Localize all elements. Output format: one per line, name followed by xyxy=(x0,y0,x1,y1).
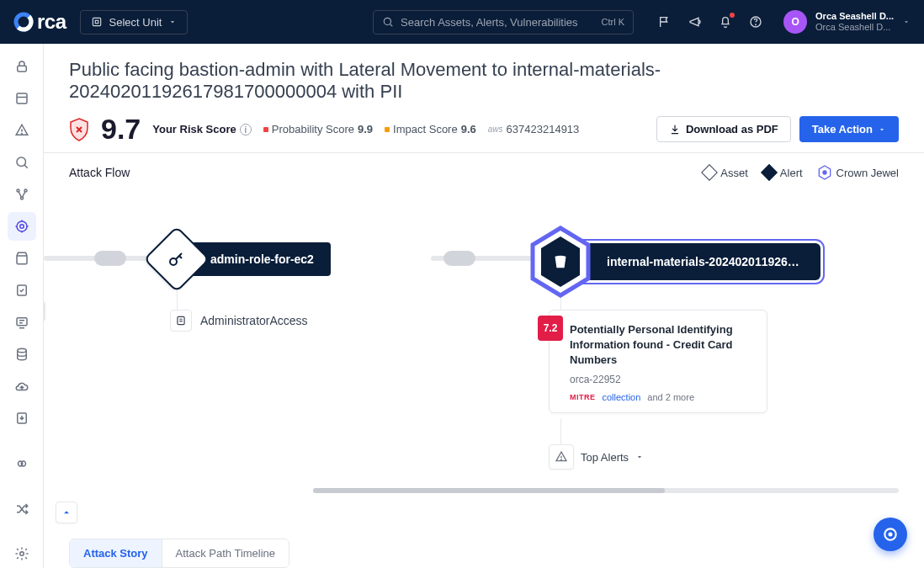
unit-label: Select Unit xyxy=(109,16,162,29)
mitre-label: MITRE xyxy=(570,393,596,401)
user-name: Orca Seashell D... xyxy=(815,11,894,22)
page-title: Public facing bastion-admin with Lateral… xyxy=(69,59,899,103)
severity-badge: 7.2 xyxy=(538,316,563,341)
info-icon[interactable]: i xyxy=(240,124,252,135)
rail-settings[interactable] xyxy=(8,539,36,568)
bucket-icon xyxy=(528,226,593,298)
search-icon xyxy=(382,16,394,28)
risk-score-value: 9.7 xyxy=(101,113,141,146)
search-input[interactable]: Search Assets, Alerts, Vulnerabilities C… xyxy=(373,10,634,35)
risk-score-label: Your Risk Scorei xyxy=(152,123,251,135)
rail-alerts[interactable] xyxy=(8,116,36,145)
bell-icon[interactable] xyxy=(718,14,733,29)
alert-icon xyxy=(549,444,574,470)
svg-rect-3 xyxy=(95,20,98,24)
tab-attack-story[interactable]: Attack Story xyxy=(70,539,162,567)
account-id: 637423214913 xyxy=(507,123,580,135)
svg-point-4 xyxy=(384,18,390,24)
finding-tag[interactable]: collection xyxy=(603,392,641,402)
main-content: Public facing bastion-admin with Lateral… xyxy=(44,44,924,568)
tab-attack-timeline[interactable]: Attack Path Timeline xyxy=(162,539,289,567)
svg-point-12 xyxy=(24,189,27,192)
rail-shuffle[interactable] xyxy=(8,495,36,523)
finding-card[interactable]: 7.2 Potentially Personal Identifying Inf… xyxy=(549,310,767,413)
attack-flow-panel: Attack Flow Asset Alert Crown Jewel xyxy=(44,153,924,513)
key-icon xyxy=(167,249,187,269)
announce-icon[interactable] xyxy=(688,14,703,29)
svg-point-24 xyxy=(555,256,566,259)
rail-lock[interactable] xyxy=(8,52,36,81)
rail-reports[interactable] xyxy=(8,308,36,337)
help-icon[interactable] xyxy=(748,14,763,29)
avatar: O xyxy=(783,10,807,34)
node-admin-role[interactable]: admin-role-for-ec2 xyxy=(153,236,331,283)
logo[interactable]: rca xyxy=(13,10,66,34)
flag-icon[interactable] xyxy=(657,14,672,29)
connector xyxy=(560,419,561,444)
user-org: Orca Seashell D... xyxy=(815,22,894,33)
svg-point-20 xyxy=(19,552,24,556)
top-nav: rca Select Unit Search Assets, Alerts, V… xyxy=(0,0,924,44)
attack-graph[interactable]: admin-role-for-ec2 AdministratorAccess xyxy=(69,200,899,486)
legend-alert: Alert xyxy=(763,167,803,179)
svg-rect-7 xyxy=(17,66,26,72)
svg-point-21 xyxy=(822,170,826,174)
finding-id: orca-22952 xyxy=(570,374,755,385)
chevron-down-icon xyxy=(902,18,911,26)
graph-edge-cap xyxy=(443,251,475,266)
sub-node-admin-access[interactable]: AdministratorAccess xyxy=(170,310,308,332)
download-icon xyxy=(669,124,681,135)
chevron-down-icon xyxy=(168,18,177,26)
rail-inventory[interactable] xyxy=(8,244,36,273)
rail-graph[interactable] xyxy=(8,180,36,209)
top-alerts-toggle[interactable]: Top Alerts xyxy=(549,444,644,470)
chevron-down-icon xyxy=(878,125,886,134)
side-rail xyxy=(0,44,44,568)
user-menu[interactable]: O Orca Seashell D... Orca Seashell D... xyxy=(783,10,911,34)
chevron-down-icon xyxy=(635,453,644,461)
rail-compliance[interactable] xyxy=(8,276,36,305)
svg-point-18 xyxy=(17,348,26,353)
rail-data[interactable] xyxy=(8,340,36,369)
finding-title: Potentially Personal Identifying Informa… xyxy=(570,322,755,369)
back-button[interactable] xyxy=(44,301,45,321)
finding-more[interactable]: and 2 more xyxy=(647,392,694,402)
download-pdf-button[interactable]: Download as PDF xyxy=(656,116,791,142)
svg-rect-2 xyxy=(93,18,100,25)
graph-scrollbar[interactable] xyxy=(313,488,899,493)
svg-point-25 xyxy=(561,459,562,460)
rail-dashboard[interactable] xyxy=(8,84,36,113)
graph-edge-cap xyxy=(94,251,126,266)
shield-icon xyxy=(69,118,89,141)
svg-point-10 xyxy=(17,157,26,167)
impact-score-value: 9.6 xyxy=(461,123,476,135)
rail-infinity[interactable] xyxy=(8,449,36,478)
rail-search[interactable] xyxy=(8,148,36,177)
rail-cloud[interactable] xyxy=(8,372,36,401)
rail-attack-path[interactable] xyxy=(8,212,36,241)
prob-score-value: 9.9 xyxy=(358,123,373,135)
flow-legend: Asset Alert Crown Jewel xyxy=(704,165,899,180)
page-header: Public facing bastion-admin with Lateral… xyxy=(44,44,924,153)
rail-export[interactable] xyxy=(8,404,36,433)
svg-point-15 xyxy=(17,221,27,231)
org-icon xyxy=(91,16,103,28)
chat-fab[interactable] xyxy=(874,518,907,551)
unit-select[interactable]: Select Unit xyxy=(80,10,189,35)
svg-point-14 xyxy=(19,225,24,229)
svg-point-6 xyxy=(756,24,757,25)
policy-icon xyxy=(170,310,192,332)
svg-point-9 xyxy=(21,133,22,134)
node-label: internal-materials-20240201192617... xyxy=(576,243,820,280)
logo-text: rca xyxy=(37,10,66,34)
impact-score-label: Impact Score xyxy=(393,123,458,135)
prob-score-label: Probability Score xyxy=(272,123,354,135)
node-internal-materials[interactable]: internal-materials-20240201192617... xyxy=(528,226,820,298)
collapse-button[interactable] xyxy=(56,502,77,523)
svg-rect-8 xyxy=(17,93,27,104)
search-shortcut: Ctrl K xyxy=(602,17,625,27)
cloud-provider: aws xyxy=(488,125,503,134)
svg-point-22 xyxy=(170,258,177,265)
svg-point-27 xyxy=(889,533,893,537)
take-action-button[interactable]: Take Action xyxy=(799,116,899,142)
